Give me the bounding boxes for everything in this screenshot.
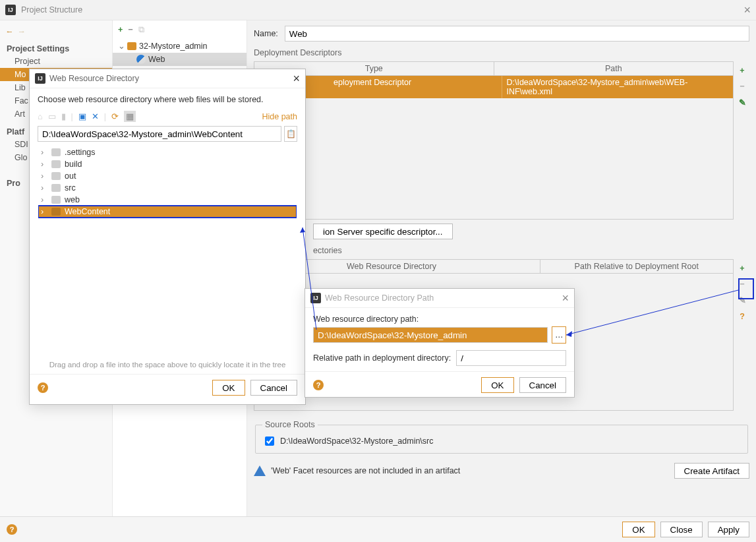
desktop-icon[interactable]: ▭ xyxy=(48,111,56,121)
delete-icon[interactable]: ✕ xyxy=(92,111,99,121)
chooser-toolbar: ⌂ ▭ ▮ | ▣ ✕ | ⟳ ▦ Hide path xyxy=(38,111,297,122)
dd-table: Type Path eployment Descriptor D:\IdeaWo… xyxy=(254,61,734,220)
browse-button[interactable]: … xyxy=(552,326,566,344)
facet-label: Web xyxy=(148,55,165,64)
relative-path-input[interactable] xyxy=(456,350,566,366)
name-label: Name: xyxy=(254,29,278,38)
hide-path-link[interactable]: Hide path xyxy=(262,112,297,121)
chooser-hint: Drag and drop a file into the space abov… xyxy=(38,361,297,369)
dialog-close-icon[interactable]: × xyxy=(562,291,569,305)
sidebar-item-project[interactable]: Project xyxy=(0,55,112,68)
wrd-add-icon[interactable]: + xyxy=(740,264,744,273)
dialog-prompt: Choose web resource directory where web … xyxy=(38,95,297,104)
source-root-row[interactable]: D:\IdeaWordSpace\32-Mystore_admin\src xyxy=(262,435,741,448)
dir-row[interactable]: ›src xyxy=(38,182,297,194)
dialog-footer: ? OK Close Apply xyxy=(0,516,756,542)
tree-facet-row[interactable]: Web xyxy=(113,53,247,66)
dd-edit-icon[interactable]: ✎ xyxy=(739,98,746,107)
directory-tree[interactable]: ›.settings ›build ›out ›src ›web ›WebCon… xyxy=(38,146,297,358)
dir-row[interactable]: ›web xyxy=(38,194,297,206)
sidebar-section-project: Project Settings xyxy=(0,42,112,55)
folder-icon xyxy=(51,172,61,180)
web-facet-icon xyxy=(136,55,146,64)
window-titlebar: IJ Project Structure × xyxy=(0,0,756,20)
folder-icon xyxy=(51,160,61,168)
show-hidden-icon[interactable]: ▦ xyxy=(124,111,136,122)
chooser-ok-button[interactable]: OK xyxy=(212,380,245,396)
path-input[interactable] xyxy=(38,126,281,142)
help-icon[interactable]: ? xyxy=(7,524,17,535)
apply-button[interactable]: Apply xyxy=(708,522,749,537)
facet-editor: Name: Deployment Descriptors Type Path e… xyxy=(247,20,756,516)
add-app-server-descriptor-button[interactable]: ion Server specific descriptor... xyxy=(313,224,453,239)
warning-text: 'Web' Facet resources are not included i… xyxy=(271,466,460,475)
dir-row-selected[interactable]: ›WebContent xyxy=(38,206,297,218)
path-label: Web resource directory path: xyxy=(313,315,566,324)
ok-button[interactable]: OK xyxy=(622,522,654,537)
module-label: 32-Mystore_admin xyxy=(139,42,208,51)
relative-path-label: Relative path in deployment directory: xyxy=(313,353,451,363)
dir-row[interactable]: ›.settings xyxy=(38,146,297,158)
dd-col-path: Path xyxy=(494,62,734,76)
path-cancel-button[interactable]: Cancel xyxy=(519,377,567,393)
intellij-icon: IJ xyxy=(310,293,321,303)
module-icon xyxy=(127,42,136,50)
tree-toolbar: + − ⧉ xyxy=(113,20,247,39)
chevron-down-icon: ⌄ xyxy=(118,41,125,51)
nav-history: ← → xyxy=(0,24,112,42)
window-title: Project Structure xyxy=(21,5,82,15)
wrd-path-input[interactable] xyxy=(313,327,548,343)
dialog-close-icon[interactable]: × xyxy=(293,72,300,86)
folder-icon xyxy=(51,184,61,192)
refresh-icon[interactable]: ⟳ xyxy=(111,111,119,121)
remove-icon[interactable]: − xyxy=(128,25,132,34)
chooser-cancel-button[interactable]: Cancel xyxy=(250,380,298,396)
source-root-checkbox[interactable] xyxy=(265,437,274,446)
nav-back-icon[interactable]: ← xyxy=(5,27,14,36)
wrd-help-icon[interactable]: ? xyxy=(740,312,745,321)
window-close-icon[interactable]: × xyxy=(743,3,751,17)
home-icon[interactable]: ⌂ xyxy=(38,112,43,121)
create-artifact-button[interactable]: Create Artifact xyxy=(674,463,749,479)
wrd-section-label: ectories xyxy=(313,243,749,255)
dd-path-cell: D:\IdeaWordSpace\32-Mystore_admin\web\WE… xyxy=(502,76,733,98)
copy-icon[interactable]: ⧉ xyxy=(138,25,144,35)
dir-row[interactable]: ›out xyxy=(38,170,297,182)
warning-icon xyxy=(254,466,266,476)
add-icon[interactable]: + xyxy=(118,25,123,34)
tree-module-row[interactable]: ⌄ 32-Mystore_admin xyxy=(113,39,247,53)
project-icon[interactable]: ▮ xyxy=(61,111,66,121)
folder-icon xyxy=(51,148,61,156)
source-roots-fieldset: Source Roots D:\IdeaWordSpace\32-Mystore… xyxy=(255,420,748,454)
history-icon[interactable]: 📋 xyxy=(284,126,297,142)
new-folder-icon[interactable]: ▣ xyxy=(78,111,86,121)
source-root-path: D:\IdeaWordSpace\32-Mystore_admin\src xyxy=(280,437,434,446)
dialog-title: Web Resource Directory xyxy=(49,74,139,83)
web-resource-directory-path-dialog: IJ Web Resource Directory Path × Web res… xyxy=(305,288,575,398)
dd-row[interactable]: eployment Descriptor D:\IdeaWordSpace\32… xyxy=(254,76,733,98)
folder-icon xyxy=(51,208,61,216)
dd-remove-icon[interactable]: − xyxy=(740,82,744,91)
facet-name-input[interactable] xyxy=(285,26,749,42)
path-ok-button[interactable]: OK xyxy=(481,377,513,393)
web-resource-directory-dialog: IJ Web Resource Directory × Choose web r… xyxy=(29,69,306,405)
dd-section-label: Deployment Descriptors xyxy=(254,45,749,57)
dd-add-icon[interactable]: + xyxy=(740,66,744,75)
nav-forward-icon[interactable]: → xyxy=(18,27,26,36)
annotation-highlight xyxy=(740,280,753,298)
source-roots-legend: Source Roots xyxy=(262,420,318,429)
wrd-col-path: Path Relative to Deployment Root xyxy=(540,260,734,274)
intellij-icon: IJ xyxy=(35,73,45,84)
dir-row[interactable]: ›build xyxy=(38,158,297,170)
dialog-title: Web Resource Directory Path xyxy=(325,293,434,303)
help-icon[interactable]: ? xyxy=(313,380,324,390)
help-icon[interactable]: ? xyxy=(38,382,48,393)
intellij-icon: IJ xyxy=(5,5,16,15)
dd-side-toolbar: + − ✎ xyxy=(736,62,749,107)
folder-icon xyxy=(51,196,61,204)
close-button[interactable]: Close xyxy=(660,522,703,537)
